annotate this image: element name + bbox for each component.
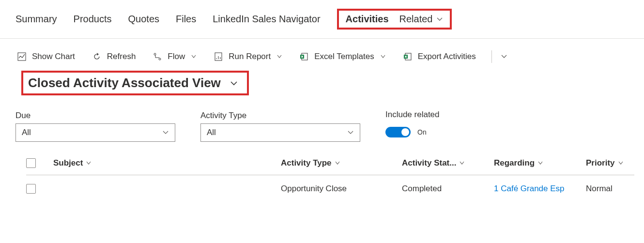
tab-bar: Summary Products Quotes Files LinkedIn S… bbox=[0, 0, 644, 39]
chevron-down-icon bbox=[537, 160, 543, 166]
flow-button[interactable]: Flow bbox=[153, 52, 197, 61]
refresh-label: Refresh bbox=[107, 52, 136, 61]
cell-activity-status: Completed bbox=[402, 184, 442, 194]
header-regarding[interactable]: Regarding bbox=[494, 158, 586, 168]
cell-priority: Normal bbox=[586, 184, 613, 194]
tab-linkedin[interactable]: LinkedIn Sales Navigator bbox=[213, 14, 320, 25]
highlighted-tabs: Activities Related bbox=[337, 9, 452, 30]
svg-rect-0 bbox=[18, 53, 26, 61]
refresh-button[interactable]: Refresh bbox=[92, 52, 136, 61]
chevron-down-icon bbox=[276, 54, 282, 60]
export-activities-button[interactable]: Export Activities bbox=[403, 52, 476, 61]
include-related-label: Include related bbox=[385, 110, 440, 120]
filter-bar: Due All Activity Type All Include relate… bbox=[0, 101, 644, 152]
tab-activities[interactable]: Activities bbox=[346, 14, 389, 25]
run-report-button[interactable]: Run Report bbox=[214, 52, 282, 61]
chevron-down-icon bbox=[230, 79, 238, 88]
report-icon bbox=[214, 52, 223, 61]
excel-templates-button[interactable]: Excel Templates bbox=[300, 52, 385, 61]
divider bbox=[491, 50, 492, 63]
view-selector-region: Closed Activity Associated View bbox=[0, 69, 644, 101]
chevron-down-icon bbox=[618, 160, 624, 166]
include-related-group: Include related On bbox=[385, 110, 440, 142]
excel-export-icon bbox=[403, 52, 412, 61]
tab-products[interactable]: Products bbox=[74, 14, 112, 25]
excel-templates-label: Excel Templates bbox=[314, 52, 374, 61]
chevron-down-icon bbox=[347, 129, 354, 136]
table-row[interactable]: Opportunity Close Completed 1 Café Grand… bbox=[26, 175, 634, 202]
svg-point-2 bbox=[159, 58, 161, 60]
view-title: Closed Activity Associated View bbox=[28, 76, 221, 91]
tab-files[interactable]: Files bbox=[176, 14, 196, 25]
cell-regarding-link[interactable]: 1 Café Grande Esp bbox=[494, 184, 565, 194]
toggle-knob bbox=[401, 128, 409, 136]
chevron-down-icon bbox=[501, 53, 507, 60]
header-activity-type[interactable]: Activity Type bbox=[281, 158, 402, 168]
flow-label: Flow bbox=[168, 52, 185, 61]
view-selector[interactable]: Closed Activity Associated View bbox=[21, 71, 249, 95]
due-filter: Due All bbox=[15, 111, 175, 142]
flow-icon bbox=[153, 52, 162, 61]
tab-quotes[interactable]: Quotes bbox=[128, 14, 159, 25]
export-activities-label: Export Activities bbox=[418, 52, 476, 61]
header-regarding-label: Regarding bbox=[494, 158, 535, 168]
cell-activity-type: Opportunity Close bbox=[281, 184, 347, 194]
chevron-down-icon bbox=[380, 54, 386, 60]
svg-point-1 bbox=[154, 53, 156, 55]
header-subject[interactable]: Subject bbox=[53, 158, 281, 168]
chevron-down-icon bbox=[335, 160, 340, 166]
header-activity-status-label: Activity Stat... bbox=[402, 158, 456, 168]
show-chart-button[interactable]: Show Chart bbox=[17, 52, 75, 61]
header-subject-label: Subject bbox=[53, 158, 83, 168]
activity-type-value: All bbox=[207, 128, 216, 137]
command-bar: Show Chart Refresh Flow Run Report Excel… bbox=[0, 39, 644, 69]
header-activity-status[interactable]: Activity Stat... bbox=[402, 158, 494, 168]
activity-type-label: Activity Type bbox=[200, 111, 360, 121]
activity-table: Subject Activity Type Activity Stat... R… bbox=[0, 152, 644, 202]
chart-icon bbox=[17, 52, 26, 61]
due-select[interactable]: All bbox=[15, 123, 175, 142]
chevron-down-icon bbox=[459, 160, 465, 166]
toggle-state-label: On bbox=[417, 128, 427, 136]
overflow-button[interactable] bbox=[501, 53, 507, 60]
tab-summary[interactable]: Summary bbox=[15, 14, 57, 25]
row-checkbox[interactable] bbox=[26, 184, 36, 194]
chevron-down-icon bbox=[162, 129, 169, 136]
header-priority[interactable]: Priority bbox=[586, 158, 634, 168]
refresh-icon bbox=[92, 52, 101, 61]
header-priority-label: Priority bbox=[586, 158, 615, 168]
excel-icon bbox=[300, 52, 308, 61]
include-related-toggle[interactable] bbox=[385, 127, 411, 137]
header-activity-type-label: Activity Type bbox=[281, 158, 332, 168]
chevron-down-icon bbox=[191, 54, 197, 60]
select-all-checkbox[interactable] bbox=[26, 158, 36, 168]
run-report-label: Run Report bbox=[229, 52, 271, 61]
tab-related[interactable]: Related bbox=[399, 14, 444, 25]
show-chart-label: Show Chart bbox=[32, 52, 75, 61]
activity-type-filter: Activity Type All bbox=[200, 111, 360, 142]
chevron-down-icon bbox=[436, 16, 443, 23]
table-header: Subject Activity Type Activity Stat... R… bbox=[26, 152, 634, 175]
due-value: All bbox=[22, 128, 31, 137]
activity-type-select[interactable]: All bbox=[200, 123, 360, 142]
tab-related-label: Related bbox=[399, 14, 433, 25]
chevron-down-icon bbox=[86, 160, 92, 166]
due-label: Due bbox=[15, 111, 175, 121]
